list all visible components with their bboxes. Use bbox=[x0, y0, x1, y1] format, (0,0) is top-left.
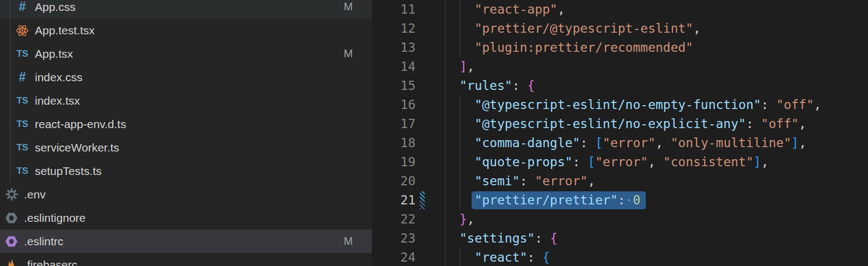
file-icon-slot bbox=[4, 188, 19, 202]
code-content[interactable]: "@typescript-eslint/no-explicit-any": "o… bbox=[444, 114, 868, 134]
token bbox=[444, 117, 474, 131]
line-number[interactable]: 22 bbox=[372, 210, 415, 229]
gear-icon bbox=[5, 188, 18, 201]
line-number[interactable]: 24 bbox=[372, 248, 415, 266]
code-line-14[interactable]: 14 ], bbox=[372, 57, 868, 76]
file-row-react-app-env-d-ts[interactable]: TSreact-app-env.d.ts bbox=[0, 112, 372, 136]
gutter-decorations bbox=[415, 153, 444, 172]
line-number[interactable]: 23 bbox=[372, 229, 415, 248]
file-row-app-css[interactable]: #App.cssM bbox=[0, 0, 372, 19]
code-line-15[interactable]: 15 "rules": { bbox=[372, 76, 868, 95]
file-name: .eslintrc bbox=[24, 235, 63, 248]
code-line-20[interactable]: 20 "semi": "error", bbox=[372, 172, 868, 191]
code-text: "prettier/prettier":·0 bbox=[444, 191, 868, 210]
line-number[interactable]: 15 bbox=[372, 76, 415, 95]
code-line-11[interactable]: 11 "react-app", bbox=[372, 0, 868, 19]
token: "off" bbox=[776, 98, 814, 112]
gutter-decorations bbox=[415, 248, 444, 266]
line-number[interactable]: 20 bbox=[372, 172, 415, 191]
token: : bbox=[580, 136, 588, 150]
code-content[interactable]: "plugin:prettier/recommended" bbox=[444, 38, 868, 57]
code-text: "semi": "error", bbox=[444, 172, 868, 191]
file-row-serviceworker-ts[interactable]: TSserviceWorker.ts bbox=[0, 136, 372, 159]
file-icon-slot bbox=[4, 258, 19, 266]
gutter-decorations bbox=[415, 191, 444, 210]
file-row-index-css[interactable]: #index.css bbox=[0, 65, 372, 89]
file-row-setuptests-ts[interactable]: TSsetupTests.ts bbox=[0, 159, 372, 183]
token: { bbox=[542, 250, 550, 264]
code-content[interactable]: "prettier/@typescript-eslint", bbox=[444, 19, 868, 38]
file-row-index-tsx[interactable]: TSindex.tsx bbox=[0, 89, 372, 112]
code-content[interactable]: "settings": { bbox=[444, 229, 868, 248]
line-number[interactable]: 18 bbox=[372, 134, 415, 153]
token: : bbox=[535, 231, 542, 245]
line-number[interactable]: 14 bbox=[372, 57, 415, 76]
typescript-icon: TS bbox=[16, 96, 28, 105]
code-line-22[interactable]: 22 }, bbox=[372, 210, 868, 229]
file-row-app-test-tsx[interactable]: App.test.tsx bbox=[0, 19, 372, 42]
line-number[interactable]: 21 bbox=[372, 191, 415, 210]
token: "react-app" bbox=[474, 2, 557, 16]
token bbox=[444, 136, 474, 150]
token: "prettier/@typescript-eslint" bbox=[474, 21, 693, 35]
code-line-18[interactable]: 18 "comma-dangle": ["error", "only-multi… bbox=[372, 134, 868, 153]
code-line-24[interactable]: 24 "react": { bbox=[372, 248, 868, 266]
code-content[interactable]: "prettier/prettier":·0 bbox=[444, 191, 868, 210]
git-modified-badge: M bbox=[344, 1, 353, 13]
css-icon: # bbox=[19, 71, 26, 83]
file-icon-slot: # bbox=[15, 70, 29, 84]
file-row-env[interactable]: .env bbox=[0, 183, 372, 206]
file-icon-slot: TS bbox=[15, 94, 29, 108]
code-line-19[interactable]: 19 "quote-props": ["error", "consistent"… bbox=[372, 153, 868, 172]
code-content[interactable]: "@typescript-eslint/no-empty-function": … bbox=[444, 95, 868, 114]
line-number[interactable]: 13 bbox=[372, 38, 415, 57]
file-row-firebaserc[interactable]: .firebaserc bbox=[0, 253, 372, 266]
gutter-decorations bbox=[415, 114, 444, 134]
gutter-decorations bbox=[415, 229, 444, 248]
token: , bbox=[799, 136, 806, 150]
file-row-eslintrc[interactable]: .eslintrcM bbox=[0, 229, 372, 253]
line-number[interactable]: 19 bbox=[372, 153, 415, 172]
token: · bbox=[625, 193, 633, 207]
code-content[interactable]: "semi": "error", bbox=[444, 172, 868, 191]
code-text: "@typescript-eslint/no-explicit-any": "o… bbox=[444, 114, 868, 134]
token: } bbox=[460, 212, 467, 226]
token: "error" bbox=[595, 155, 648, 169]
line-number[interactable]: 17 bbox=[372, 114, 415, 134]
code-line-17[interactable]: 17 "@typescript-eslint/no-explicit-any":… bbox=[372, 114, 868, 134]
code-line-13[interactable]: 13 "plugin:prettier/recommended" bbox=[372, 38, 868, 57]
gutter-decorations bbox=[415, 172, 444, 191]
line-number[interactable]: 16 bbox=[372, 95, 415, 114]
file-name: react-app-env.d.ts bbox=[35, 118, 126, 131]
code-text: "plugin:prettier/recommended" bbox=[444, 38, 868, 57]
token: : bbox=[746, 117, 754, 131]
git-modified-line-stripe-icon[interactable] bbox=[420, 191, 425, 209]
code-content[interactable]: }, bbox=[444, 210, 868, 229]
code-content[interactable]: "react-app", bbox=[444, 0, 868, 19]
token: : bbox=[527, 250, 535, 264]
code-content[interactable]: "rules": { bbox=[444, 76, 868, 95]
file-row-eslintignore[interactable]: .eslintignore bbox=[0, 206, 372, 229]
gutter-decorations bbox=[415, 38, 444, 57]
token: "comma-dangle" bbox=[474, 136, 580, 150]
file-icon-slot bbox=[4, 211, 19, 225]
line-number[interactable]: 12 bbox=[372, 19, 415, 38]
editor-pane[interactable]: 11 "react-app",12 "prettier/@typescript-… bbox=[372, 0, 868, 266]
code-content[interactable]: "quote-props": ["error", "consistent"], bbox=[444, 153, 868, 172]
code-content[interactable]: "comma-dangle": ["error", "only-multilin… bbox=[444, 134, 868, 153]
token: , bbox=[467, 59, 475, 74]
file-row-app-tsx[interactable]: TSApp.tsxM bbox=[0, 42, 372, 65]
code-line-23[interactable]: 23 "settings": { bbox=[372, 229, 868, 248]
code-content[interactable]: "react": { bbox=[444, 248, 868, 266]
token bbox=[444, 98, 474, 112]
token: "settings" bbox=[460, 231, 535, 245]
code-line-12[interactable]: 12 "prettier/@typescript-eslint", bbox=[372, 19, 868, 38]
code-line-21[interactable]: 21 "prettier/prettier":·0 bbox=[372, 191, 868, 210]
gutter-decorations bbox=[415, 57, 444, 76]
code-content[interactable]: ], bbox=[444, 57, 868, 76]
code-line-16[interactable]: 16 "@typescript-eslint/no-empty-function… bbox=[372, 95, 868, 114]
line-number[interactable]: 11 bbox=[372, 0, 415, 19]
file-name: .firebaserc bbox=[24, 258, 77, 266]
explorer-pane: #App.cssMApp.test.tsxTSApp.tsxM#index.cs… bbox=[0, 0, 372, 266]
token: , bbox=[648, 155, 656, 169]
